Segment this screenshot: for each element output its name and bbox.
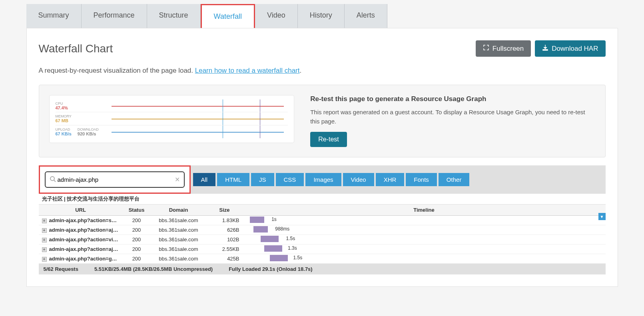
tab-history[interactable]: History — [298, 4, 345, 28]
fullscreen-button[interactable]: Fullscreen — [476, 40, 531, 57]
info-body: This report was generated on a guest acc… — [310, 108, 595, 126]
row-domain: bbs.361sale.com — [151, 235, 207, 244]
table-row[interactable]: +admin-ajax.php?action=ajax… 200 bbs.361… — [39, 244, 606, 254]
header-timeline[interactable]: Timeline ▼ — [243, 205, 606, 216]
row-timeline: 1.5s — [243, 254, 606, 264]
filter-images[interactable]: Images — [305, 173, 341, 186]
row-size: 626B — [207, 225, 243, 235]
network-line — [112, 132, 284, 133]
resource-usage-panel: CPU 47.4% MEMORY 67 MB — [39, 85, 606, 157]
row-url: admin-ajax.php?action=ajax… — [49, 227, 123, 233]
retest-button[interactable]: Re-test — [310, 132, 347, 147]
row-size: 102B — [207, 235, 243, 244]
content-panel: Waterfall Chart Fullscreen — [26, 28, 618, 287]
expand-icon[interactable]: + — [42, 257, 47, 262]
timeline-bar — [253, 226, 268, 233]
timeline-label: 1s — [271, 217, 277, 222]
row-status: 200 — [123, 235, 151, 244]
memory-line — [112, 119, 284, 119]
row-size: 425B — [207, 254, 243, 264]
row-domain: bbs.361sale.com — [151, 225, 207, 235]
filter-html[interactable]: HTML — [217, 173, 249, 186]
row-domain: bbs.361sale.com — [151, 216, 207, 225]
filter-xhr[interactable]: XHR — [376, 173, 405, 186]
row-url: admin-ajax.php?action=ajax… — [49, 246, 123, 252]
upload-value: 67 KB/s — [56, 131, 72, 136]
fullscreen-label: Fullscreen — [492, 45, 524, 53]
cpu-line — [112, 106, 284, 107]
cpu-value: 47.4% — [56, 105, 100, 110]
row-status: 200 — [123, 225, 151, 235]
table-row[interactable]: +admin-ajax.php?action=sear… 200 bbs.361… — [39, 216, 606, 225]
tab-structure[interactable]: Structure — [147, 4, 201, 28]
row-timeline: 1.5s — [243, 235, 606, 244]
table-row[interactable]: +admin-ajax.php?action=get_… 200 bbs.361… — [39, 254, 606, 264]
fullscreen-icon — [483, 44, 489, 53]
header-timeline-label: Timeline — [413, 207, 435, 213]
cpu-label: CPU — [56, 101, 100, 105]
waterfall-table-wrapper: 光子社区 | 技术交流与生活分享的理想平台 URL Status Domain … — [39, 194, 606, 274]
row-domain: bbs.361sale.com — [151, 244, 207, 254]
clear-icon[interactable]: ✕ — [175, 176, 180, 183]
filter-css[interactable]: CSS — [276, 173, 304, 186]
download-icon — [542, 44, 548, 53]
row-url: admin-ajax.php?action=view… — [49, 237, 123, 242]
row-timeline: 988ms — [243, 225, 606, 235]
row-status: 200 — [123, 254, 151, 264]
tab-performance[interactable]: Performance — [82, 4, 147, 28]
expand-icon[interactable]: + — [42, 238, 47, 242]
table-row[interactable]: +admin-ajax.php?action=view… 200 bbs.361… — [39, 235, 606, 244]
expand-icon[interactable]: + — [42, 247, 47, 252]
tab-video[interactable]: Video — [255, 4, 298, 28]
row-url: admin-ajax.php?action=get_… — [49, 256, 123, 262]
timeline-bar — [261, 236, 279, 242]
table-row[interactable]: +admin-ajax.php?action=ajax… 200 bbs.361… — [39, 225, 606, 235]
status-requests: 5/62 Requests — [44, 266, 78, 272]
timeline-label: 1.5s — [293, 255, 303, 260]
filter-other[interactable]: Other — [439, 173, 470, 186]
expand-icon[interactable]: + — [42, 219, 47, 223]
tab-alerts[interactable]: Alerts — [345, 4, 387, 28]
download-label: Download HAR — [552, 45, 598, 53]
learn-link[interactable]: Learn how to read a waterfall chart — [195, 67, 300, 74]
row-size: 2.55KB — [207, 244, 243, 254]
info-title: Re-test this page to generate a Resource… — [310, 95, 595, 103]
tab-waterfall[interactable]: Waterfall — [201, 4, 255, 28]
filter-all[interactable]: All — [193, 173, 216, 186]
timeline-bar — [264, 245, 282, 252]
row-url: admin-ajax.php?action=sear… — [49, 217, 123, 223]
description-prefix: A request-by-request visualization of th… — [39, 67, 195, 74]
description-text: A request-by-request visualization of th… — [39, 67, 606, 75]
page-title: Waterfall Chart — [39, 42, 113, 55]
filter-tabs: AllHTMLJSCSSImagesVideoXHRFontsOther — [193, 173, 470, 186]
waterfall-table: URL Status Domain Size Timeline ▼ +admin… — [39, 205, 606, 264]
filter-row: ✕ AllHTMLJSCSSImagesVideoXHRFontsOther — [39, 165, 606, 194]
header-status[interactable]: Status — [123, 205, 151, 216]
tab-summary[interactable]: Summary — [26, 4, 82, 28]
upload-label: UPLOAD — [56, 127, 72, 131]
header-size[interactable]: Size — [207, 205, 243, 216]
header-url[interactable]: URL — [39, 205, 123, 216]
header-domain[interactable]: Domain — [151, 205, 207, 216]
download-har-button[interactable]: Download HAR — [535, 40, 605, 57]
row-timeline: 1s — [243, 216, 606, 225]
search-input[interactable] — [56, 175, 175, 185]
filter-video[interactable]: Video — [343, 173, 374, 186]
status-bar: 5/62 Requests 5.51KB/25.4MB (28.5KB/26.5… — [39, 264, 606, 274]
row-status: 200 — [123, 216, 151, 225]
resource-graph-preview: CPU 47.4% MEMORY 67 MB — [49, 95, 295, 143]
expand-icon[interactable]: + — [42, 228, 47, 233]
description-suffix: . — [300, 67, 302, 74]
memory-label: MEMORY — [56, 114, 100, 118]
row-status: 200 — [123, 244, 151, 254]
filter-js[interactable]: JS — [251, 173, 274, 186]
status-sizes: 5.51KB/25.4MB (28.5KB/26.5MB Uncompresse… — [94, 266, 213, 272]
timeline-label: 988ms — [275, 226, 289, 232]
row-timeline: 1.3s — [243, 244, 606, 254]
search-box: ✕ — [45, 171, 185, 188]
filter-fonts[interactable]: Fonts — [406, 173, 437, 186]
row-domain: bbs.361sale.com — [151, 254, 207, 264]
download-label: DOWNLOAD — [78, 127, 99, 131]
page-subtitle: 光子社区 | 技术交流与生活分享的理想平台 — [39, 194, 606, 205]
download-value: 920 KB/s — [78, 131, 99, 136]
